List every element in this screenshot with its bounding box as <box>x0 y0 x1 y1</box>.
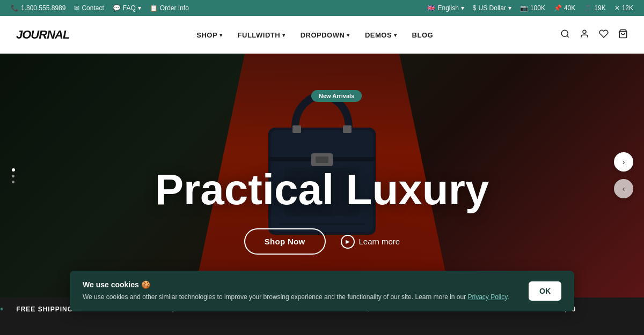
shop-now-button[interactable]: Shop Now <box>244 228 326 255</box>
language-chevron-icon: ▾ <box>461 4 464 12</box>
site-logo[interactable]: jOURNAL <box>16 28 69 42</box>
wishlist-icon[interactable] <box>599 29 609 41</box>
currency-selector[interactable]: $ US Dollar ▾ <box>473 4 511 12</box>
flag-icon: 🇬🇧 <box>427 4 435 12</box>
mail-icon: ✉ <box>74 4 79 12</box>
twitter-followers: 12K <box>622 4 633 12</box>
svg-line-1 <box>567 35 568 37</box>
order-icon: 📋 <box>150 4 158 12</box>
svg-point-2 <box>583 30 586 33</box>
nav-demos-chevron-icon: ▾ <box>394 32 397 38</box>
hero-content: Practical Luxury Shop Now ▶ Learn more <box>0 168 644 255</box>
order-info-item[interactable]: 📋 Order Info <box>150 4 189 12</box>
top-bar-left: 📞 1.800.555.8989 ✉ Contact 💬 FAQ ▾ 📋 Ord… <box>11 4 189 12</box>
nav-demos[interactable]: DEMOS ▾ <box>365 31 397 39</box>
currency-chevron-icon: ▾ <box>508 4 511 12</box>
top-bar: 📞 1.800.555.8989 ✉ Contact 💬 FAQ ▾ 📋 Ord… <box>0 0 644 16</box>
privacy-policy-link[interactable]: Privacy Policy <box>468 293 508 301</box>
phone-item[interactable]: 📞 1.800.555.8989 <box>11 4 65 12</box>
hero-buttons: Shop Now ▶ Learn more <box>0 228 644 255</box>
slider-next-button[interactable]: › <box>614 152 633 172</box>
slider-dot-1[interactable] <box>12 168 15 172</box>
nav-shop-label: SHOP <box>196 31 217 39</box>
tiktok-followers: 19K <box>594 4 605 12</box>
cookie-banner: We use cookies 🍪 We use cookies and othe… <box>70 271 574 311</box>
instagram-followers: 100K <box>530 4 545 12</box>
pinterest-followers: 40K <box>564 4 575 12</box>
dollar-icon: $ <box>473 4 477 12</box>
phone-number: 1.800.555.8989 <box>21 4 65 12</box>
tiktok-icon: 🎵 <box>584 4 592 12</box>
pinterest-count[interactable]: 📌 40K <box>554 4 575 12</box>
cookie-ok-button[interactable]: OK <box>529 281 561 301</box>
nav-dropdown[interactable]: DROPDOWN ▾ <box>301 31 350 39</box>
twitter-count[interactable]: ✕ 12K <box>614 4 633 12</box>
nav-dropdown-label: DROPDOWN <box>301 31 345 39</box>
slider-dots[interactable] <box>12 168 15 183</box>
cart-icon[interactable] <box>618 29 628 41</box>
contact-item[interactable]: ✉ Contact <box>74 4 104 12</box>
nav-shop-chevron-icon: ▾ <box>219 32 223 38</box>
search-icon[interactable] <box>560 29 570 41</box>
phone-icon: 📞 <box>11 4 19 12</box>
nav-blog[interactable]: BLOG <box>412 31 434 39</box>
tiktok-count[interactable]: 🎵 19K <box>584 4 605 12</box>
svg-point-0 <box>561 30 568 36</box>
faq-chevron-icon: ▾ <box>138 4 141 12</box>
learn-more-button[interactable]: ▶ Learn more <box>341 235 400 249</box>
nav-fullwidth-label: FULLWIDTH <box>238 31 281 39</box>
language-label: English <box>437 4 458 12</box>
faq-item[interactable]: 💬 FAQ ▾ <box>113 4 141 12</box>
order-info-label: Order Info <box>160 4 189 12</box>
nav-fullwidth-chevron-icon: ▾ <box>282 32 286 38</box>
nav-fullwidth[interactable]: FULLWIDTH ▾ <box>238 31 286 39</box>
language-selector[interactable]: 🇬🇧 English ▾ <box>427 4 464 12</box>
learn-more-label: Learn more <box>359 237 400 246</box>
main-nav: jOURNAL SHOP ▾ FULLWIDTH ▾ DROPDOWN ▾ DE… <box>0 16 644 54</box>
hero-section: New Arrivals › ‹ Practical Luxury Shop N… <box>0 54 644 297</box>
cookie-text-area: We use cookies 🍪 We use cookies and othe… <box>83 280 516 302</box>
faq-label: FAQ <box>123 4 136 12</box>
nav-icons <box>560 29 628 41</box>
currency-label: US Dollar <box>479 4 506 12</box>
nav-shop[interactable]: SHOP ▾ <box>196 31 222 39</box>
cookie-title: We use cookies 🍪 <box>83 280 516 289</box>
hero-title: Practical Luxury <box>0 168 644 211</box>
play-icon: ▶ <box>341 235 355 249</box>
twitter-icon: ✕ <box>614 4 620 12</box>
nav-menu: SHOP ▾ FULLWIDTH ▾ DROPDOWN ▾ DEMOS ▾ BL… <box>196 31 433 39</box>
cookie-description: We use cookies and other similar technol… <box>83 292 516 302</box>
pinterest-icon: 📌 <box>554 4 562 12</box>
account-icon[interactable] <box>580 29 589 41</box>
nav-blog-label: BLOG <box>412 31 434 39</box>
slider-dot-2[interactable] <box>12 175 14 177</box>
contact-label: Contact <box>82 4 104 12</box>
faq-icon: 💬 <box>113 4 121 12</box>
slider-prev-button[interactable]: ‹ <box>614 179 633 198</box>
instagram-icon: 📷 <box>520 4 528 12</box>
nav-demos-label: DEMOS <box>365 31 392 39</box>
instagram-count[interactable]: 📷 100K <box>520 4 545 12</box>
nav-dropdown-chevron-icon: ▾ <box>347 32 350 38</box>
logo-text: jOURNAL <box>16 28 69 41</box>
new-arrivals-badge: New Arrivals <box>311 90 362 102</box>
slider-dot-3[interactable] <box>12 181 14 183</box>
top-bar-right: 🇬🇧 English ▾ $ US Dollar ▾ 📷 100K 📌 40K … <box>427 4 633 12</box>
